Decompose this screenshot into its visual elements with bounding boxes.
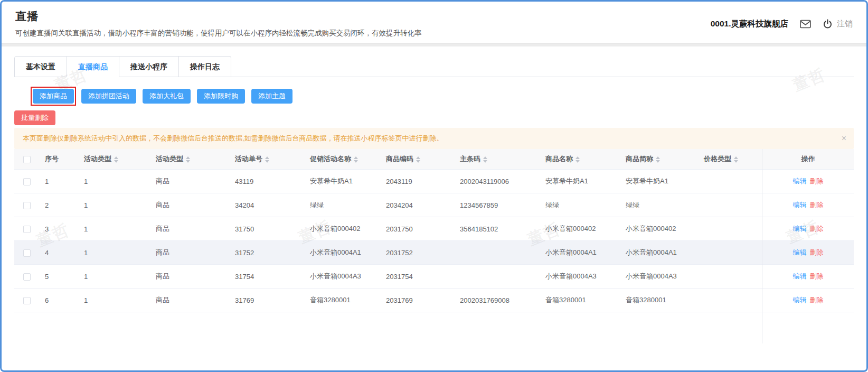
tab-operation-log[interactable]: 操作日志 xyxy=(179,56,231,77)
caret-down-icon xyxy=(186,160,190,163)
col-header-barcode: 主条码 xyxy=(455,149,540,170)
cell-product_name: 音箱3280001 xyxy=(540,289,620,312)
cell-product_code: 2034204 xyxy=(381,193,455,217)
delete-link[interactable]: 删除 xyxy=(810,225,824,232)
sort-icon[interactable] xyxy=(483,156,487,163)
cell-activity_category: 商品 xyxy=(150,217,230,241)
edit-link[interactable]: 编辑 xyxy=(793,225,807,232)
cell-barcode: 1234567859 xyxy=(455,193,540,217)
row-checkbox[interactable] xyxy=(23,202,31,209)
row-checkbox[interactable] xyxy=(23,297,31,304)
mail-icon[interactable] xyxy=(800,20,811,29)
add-groupbuy-button[interactable]: 添加拼团活动 xyxy=(81,89,136,104)
sort-icon[interactable] xyxy=(575,156,580,163)
delete-link[interactable]: 删除 xyxy=(810,177,824,185)
page-description: 可创建直播间关联直播活动，借助小程序丰富的营销功能，使得用户可以在小程序内轻松流… xyxy=(15,29,422,38)
col-header-activity_type: 活动类型 xyxy=(79,149,150,170)
batch-row: 批量删除 xyxy=(14,110,854,125)
col-label: 活动类型 xyxy=(84,155,111,163)
tab-bar: 基本设置直播商品推送小程序操作日志 xyxy=(14,56,854,77)
delete-link[interactable]: 删除 xyxy=(810,272,824,280)
cell-actions: 编辑删除 xyxy=(762,193,854,217)
logout-link[interactable]: 注销 xyxy=(837,19,853,29)
edit-link[interactable]: 编辑 xyxy=(793,177,807,185)
cell-price_type xyxy=(699,289,762,312)
edit-link[interactable]: 编辑 xyxy=(793,296,807,304)
cell-activity_category: 商品 xyxy=(150,289,230,312)
batch-delete-button[interactable]: 批量删除 xyxy=(14,110,55,125)
cell-barcode xyxy=(455,265,540,289)
cell-price_type xyxy=(699,265,762,289)
col-label: 价格类型 xyxy=(704,155,731,163)
add-gift-pack-button[interactable]: 添加大礼包 xyxy=(143,89,191,104)
edit-link[interactable]: 编辑 xyxy=(793,272,807,280)
add-buttons-row: 添加商品添加拼团活动添加大礼包添加限时购添加主题 xyxy=(14,87,854,106)
cell-activity_no: 31754 xyxy=(230,265,305,289)
caret-up-icon xyxy=(656,156,660,159)
cell-activity_type: 1 xyxy=(79,193,150,217)
add-theme-button[interactable]: 添加主题 xyxy=(251,89,293,104)
tab-basic-settings[interactable]: 基本设置 xyxy=(14,56,67,77)
tab-live-products[interactable]: 直播商品 xyxy=(67,56,119,77)
caret-down-icon xyxy=(656,160,660,163)
cell-activity_no: 43119 xyxy=(230,170,305,193)
col-header-product_short_name: 商品简称 xyxy=(620,149,699,170)
cell-product_short_name: 小米音箱0004A3 xyxy=(620,265,699,289)
cell-promo_name: 音箱3280001 xyxy=(305,289,381,312)
cell-product_name: 小米音箱0004A1 xyxy=(540,241,620,265)
cell-product_short_name: 绿绿 xyxy=(620,193,699,217)
col-header-activity_category: 活动类型 xyxy=(150,149,230,170)
cell-activity_no: 31769 xyxy=(230,289,305,312)
caret-down-icon xyxy=(354,160,358,163)
caret-down-icon xyxy=(416,160,420,163)
caret-down-icon xyxy=(114,160,118,163)
row-checkbox[interactable] xyxy=(23,249,31,257)
cell-barcode xyxy=(455,241,540,265)
col-header-checkbox xyxy=(14,149,40,170)
cell-promo_name: 小米音箱000402 xyxy=(305,217,381,241)
main-content: 基本设置直播商品推送小程序操作日志 添加商品添加拼团活动添加大礼包添加限时购添加… xyxy=(2,56,866,343)
col-label: 操作 xyxy=(801,155,815,163)
delete-link[interactable]: 删除 xyxy=(810,201,824,209)
delete-link[interactable]: 删除 xyxy=(810,248,824,256)
cell-actions: 编辑删除 xyxy=(762,289,854,312)
close-icon[interactable]: × xyxy=(842,134,846,143)
caret-down-icon xyxy=(265,160,269,163)
sort-icon[interactable] xyxy=(265,156,269,163)
sort-icon[interactable] xyxy=(354,156,358,163)
cell-activity_type: 1 xyxy=(79,265,150,289)
cell-activity_no: 31750 xyxy=(230,217,305,241)
edit-link[interactable]: 编辑 xyxy=(793,248,807,256)
cell-activity_category: 商品 xyxy=(150,265,230,289)
cell-product_code: 2031754 xyxy=(381,265,455,289)
add-product-button[interactable]: 添加商品 xyxy=(33,89,74,104)
tab-push-miniprogram[interactable]: 推送小程序 xyxy=(119,56,179,77)
cell-activity_category: 商品 xyxy=(150,241,230,265)
cell-activity_category: 商品 xyxy=(150,193,230,217)
cell-actions: 编辑删除 xyxy=(762,217,854,241)
cell-index: 2 xyxy=(40,193,79,217)
sort-icon[interactable] xyxy=(734,156,738,163)
delete-link[interactable]: 删除 xyxy=(810,296,824,304)
add-flash-sale-button[interactable]: 添加限时购 xyxy=(197,89,245,104)
cell-price_type xyxy=(699,193,762,217)
col-header-actions: 操作 xyxy=(762,149,854,170)
sort-icon[interactable] xyxy=(186,156,190,163)
row-checkbox[interactable] xyxy=(23,178,31,185)
table-row: 51商品31754小米音箱0004A32031754小米音箱0004A3小米音箱… xyxy=(14,265,854,289)
row-checkbox[interactable] xyxy=(23,273,31,281)
cell-product_short_name: 小米音箱0004A1 xyxy=(620,241,699,265)
caret-down-icon xyxy=(575,160,580,163)
sort-icon[interactable] xyxy=(114,156,118,163)
cell-promo_name: 小米音箱0004A3 xyxy=(305,265,381,289)
table-row: 21商品34204绿绿20342041234567859绿绿绿绿编辑删除 xyxy=(14,193,854,217)
sort-icon[interactable] xyxy=(656,156,660,163)
select-all-checkbox[interactable] xyxy=(23,156,31,163)
row-checkbox[interactable] xyxy=(23,226,31,233)
edit-link[interactable]: 编辑 xyxy=(793,201,807,209)
sort-icon[interactable] xyxy=(416,156,420,163)
caret-up-icon xyxy=(354,156,358,159)
cell-index: 1 xyxy=(40,170,79,193)
power-icon[interactable] xyxy=(823,19,833,29)
cell-index: 4 xyxy=(40,241,79,265)
